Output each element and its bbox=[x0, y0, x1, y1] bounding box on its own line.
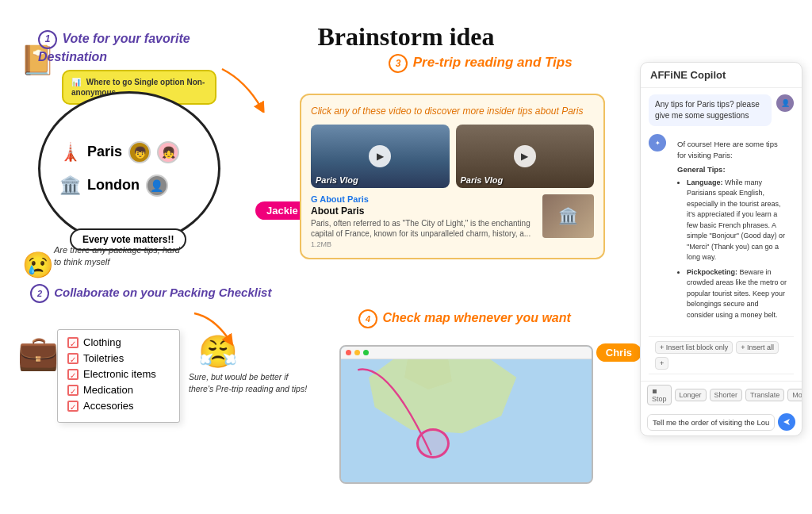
chris-badge: Chris bbox=[596, 343, 642, 362]
video2-label: Paris Vlog bbox=[461, 175, 504, 185]
check-5 bbox=[67, 401, 79, 412]
user-bubble: Any tips for Paris tips? please give me … bbox=[649, 94, 772, 126]
about-paris-title: About Paris bbox=[311, 205, 536, 217]
ai-bubble: Of course! Here are some tips for visiti… bbox=[671, 134, 794, 328]
ai-tip-1: Language: While many Parisians speak Eng… bbox=[687, 178, 787, 263]
video1-label: Paris Vlog bbox=[316, 175, 358, 185]
check-1 bbox=[67, 337, 79, 348]
min-dot[interactable] bbox=[354, 350, 360, 355]
section2-title: 2 Collaborate on your Packing Checklist bbox=[30, 284, 271, 303]
stop-btn[interactable]: ⏹ Stop bbox=[647, 385, 672, 405]
checklist-item-4: Medication bbox=[67, 384, 170, 396]
ai-tip-2: Pickpocketing: Beware in crowded areas l… bbox=[687, 267, 787, 321]
longer-btn[interactable]: Longer bbox=[675, 389, 707, 401]
about-size: 1.2MB bbox=[311, 240, 536, 248]
section4-number: 4 bbox=[358, 309, 377, 328]
briefcase-icon: 💼 bbox=[17, 333, 59, 372]
copilot-panel: AFFiNE Copilot Any tips for Paris tips? … bbox=[640, 62, 802, 436]
checklist-item-5: Accesories bbox=[67, 400, 170, 412]
play-btn-2[interactable]: ▶ bbox=[514, 145, 536, 167]
insert-all-btn[interactable]: + Insert all bbox=[736, 341, 779, 354]
stop-label: Stop bbox=[652, 395, 667, 403]
poll-icon: 📊 bbox=[71, 78, 81, 86]
section-vote: 1 Vote for your favorite Destination bbox=[38, 30, 197, 66]
translate-btn[interactable]: Translate bbox=[745, 389, 784, 401]
paris-label: Paris bbox=[87, 144, 122, 160]
section3-title-text: Pre-trip reading and Tips bbox=[413, 55, 573, 70]
pretrip-card-title: Click any of these video to discover mor… bbox=[311, 105, 594, 118]
copilot-body: Any tips for Paris tips? please give me … bbox=[641, 88, 802, 381]
thought-text: Are there any package tips, hard to thin… bbox=[54, 244, 185, 269]
insert-list-btn[interactable]: + Insert list block only bbox=[655, 341, 733, 354]
vote-option-paris[interactable]: 🗼 Paris 👦 👧 bbox=[59, 141, 179, 163]
copilot-input[interactable] bbox=[647, 414, 775, 431]
avatar-3: 👤 bbox=[146, 175, 168, 197]
about-paris-img: 🏛️ bbox=[542, 194, 594, 238]
page-title: Brainstorm idea bbox=[317, 22, 494, 52]
vote-option-london[interactable]: 🏛️ London 👤 bbox=[59, 175, 168, 197]
vote-circle: 🗼 Paris 👦 👧 🏛️ London 👤 bbox=[38, 91, 220, 246]
checklist-paper: Clothing Toiletries Electronic items Med… bbox=[57, 329, 180, 423]
section4-title: 4 Check map whenever you want bbox=[358, 309, 571, 328]
london-label: London bbox=[87, 177, 140, 194]
copilot-header: AFFiNE Copilot bbox=[641, 63, 802, 88]
checklist-item-3: Electronic items bbox=[67, 368, 170, 380]
avatar-1: 👦 bbox=[128, 141, 151, 163]
check-2 bbox=[67, 353, 79, 364]
avatar-2: 👧 bbox=[157, 141, 179, 163]
play-btn-1[interactable]: ▶ bbox=[369, 145, 391, 167]
pretrip-card: Click any of these video to discover mor… bbox=[300, 94, 605, 259]
video-row: ▶ Paris Vlog ▶ Paris Vlog bbox=[311, 125, 594, 188]
shorter-btn[interactable]: Shorter bbox=[710, 389, 743, 401]
ai-section-title: General Tips: bbox=[677, 164, 787, 175]
video-thumb-1[interactable]: ▶ Paris Vlog bbox=[311, 125, 450, 188]
about-paris: G About Paris About Paris Paris, often r… bbox=[311, 194, 594, 248]
check-3 bbox=[67, 369, 79, 380]
ai-intro: Of course! Here are some tips for visiti… bbox=[677, 139, 787, 162]
paris-icon: 🗼 bbox=[59, 142, 81, 163]
arrow-section2 bbox=[190, 309, 238, 349]
map-arrow bbox=[341, 347, 592, 482]
copilot-actions: + Insert list block only + Insert all + bbox=[649, 336, 794, 374]
more-btn[interactable]: Mo... bbox=[787, 389, 802, 401]
section1-number: 1 bbox=[38, 30, 57, 49]
section2-title-text: Collaborate on your Packing Checklist bbox=[54, 286, 271, 299]
ai-avatar: ✦ bbox=[649, 134, 666, 152]
section1-title: 1 Vote for your favorite Destination bbox=[38, 30, 197, 66]
section3-number: 3 bbox=[389, 54, 408, 73]
check-4 bbox=[67, 385, 79, 396]
section3-title: 3 Pre-trip reading and Tips bbox=[389, 54, 573, 73]
stop-row: ⏹ Stop Longer Shorter Translate Mo... bbox=[641, 381, 802, 409]
more-action-btn[interactable]: + bbox=[655, 357, 668, 370]
max-dot[interactable] bbox=[363, 350, 369, 355]
video-thumb-2[interactable]: ▶ Paris Vlog bbox=[456, 125, 595, 188]
map-browser-bar bbox=[341, 347, 592, 359]
send-btn[interactable] bbox=[778, 413, 795, 431]
user-message: Any tips for Paris tips? please give me … bbox=[649, 94, 794, 126]
close-dot[interactable] bbox=[346, 350, 351, 355]
arrow-poll-down bbox=[214, 65, 278, 113]
checklist-item-1: Clothing bbox=[67, 336, 170, 348]
section4-title-text: Check map whenever you want bbox=[382, 311, 570, 324]
user-avatar: 👤 bbox=[776, 94, 794, 112]
sad-emoji: 😢 bbox=[22, 250, 54, 280]
ai-tips-list: Language: While many Parisians speak Eng… bbox=[677, 178, 787, 321]
checklist-item-2: Toiletries bbox=[67, 352, 170, 364]
ai-message: ✦ Of course! Here are some tips for visi… bbox=[649, 134, 794, 328]
google-label: G About Paris bbox=[311, 194, 536, 204]
about-paris-desc: Paris, often referred to as "The City of… bbox=[311, 218, 536, 239]
map-container[interactable] bbox=[339, 345, 593, 484]
about-paris-text: G About Paris About Paris Paris, often r… bbox=[311, 194, 536, 248]
send-icon bbox=[783, 418, 791, 426]
speech-text: Sure, but would be better if there's Pre… bbox=[189, 371, 308, 394]
london-icon: 🏛️ bbox=[59, 175, 81, 196]
copilot-footer bbox=[641, 409, 802, 435]
section2-number: 2 bbox=[30, 284, 49, 303]
